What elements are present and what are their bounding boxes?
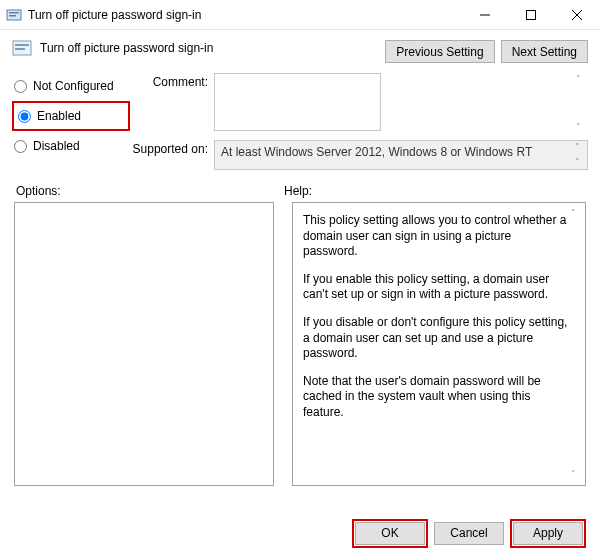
maximize-button[interactable] [508,0,554,30]
supported-on-box: At least Windows Server 2012, Windows 8 … [214,140,588,170]
help-section-label: Help: [284,184,312,198]
supported-scrollbar[interactable]: ˄ ˅ [569,141,585,169]
help-scrollbar[interactable]: ˄ ˅ [565,207,581,481]
scroll-down-icon: ˅ [569,158,585,167]
radio-enabled-label: Enabled [37,109,81,123]
svg-rect-8 [15,44,29,46]
enabled-highlight: Enabled [12,101,130,131]
svg-rect-1 [9,12,19,14]
radio-enabled[interactable]: Enabled [16,105,126,127]
scroll-down-icon: ˅ [570,123,586,132]
radio-enabled-input[interactable] [18,110,31,123]
radio-not-configured-label: Not Configured [33,79,114,93]
config-row: Not Configured Enabled Disabled Comment:… [0,73,600,184]
svg-rect-2 [9,15,16,17]
footer: OK Cancel Apply [0,512,600,554]
radio-disabled-label: Disabled [33,139,80,153]
options-panel [14,202,274,486]
radio-not-configured-input[interactable] [14,80,27,93]
cancel-button[interactable]: Cancel [434,522,504,545]
state-radio-group: Not Configured Enabled Disabled [12,73,130,176]
help-paragraph: If you disable or don't configure this p… [303,315,569,362]
supported-label: Supported on: [130,140,214,156]
section-labels: Options: Help: [0,184,600,202]
close-button[interactable] [554,0,600,30]
window-title: Turn off picture password sign-in [28,8,462,22]
radio-disabled-input[interactable] [14,140,27,153]
scroll-up-icon: ˄ [569,143,585,152]
policy-large-icon [12,38,32,58]
comment-input[interactable] [214,73,381,131]
scroll-down-icon: ˅ [565,470,581,479]
radio-disabled[interactable]: Disabled [12,135,130,157]
previous-setting-button[interactable]: Previous Setting [385,40,494,63]
policy-icon [6,7,22,23]
svg-rect-4 [527,11,536,20]
header-title: Turn off picture password sign-in [40,41,213,55]
ok-highlight: OK [352,519,428,548]
apply-highlight: Apply [510,519,586,548]
svg-rect-9 [15,48,25,50]
ok-button[interactable]: OK [355,522,425,545]
help-panel: This policy setting allows you to contro… [292,202,586,486]
help-paragraph: This policy setting allows you to contro… [303,213,569,260]
panels: This policy setting allows you to contro… [0,202,600,486]
scroll-up-icon: ˄ [570,75,586,84]
scroll-up-icon: ˄ [565,209,581,218]
apply-button[interactable]: Apply [513,522,583,545]
help-paragraph: If you enable this policy setting, a dom… [303,272,569,303]
radio-not-configured[interactable]: Not Configured [12,75,130,97]
comment-label: Comment: [130,73,214,89]
options-section-label: Options: [16,184,284,198]
next-setting-button[interactable]: Next Setting [501,40,588,63]
window-controls [462,0,600,29]
supported-on-value: At least Windows Server 2012, Windows 8 … [221,145,532,159]
minimize-button[interactable] [462,0,508,30]
header: Turn off picture password sign-in Previo… [0,30,600,73]
comment-scrollbar[interactable]: ˄ ˅ [570,73,586,134]
title-bar: Turn off picture password sign-in [0,0,600,30]
help-paragraph: Note that the user's domain password wil… [303,374,569,421]
